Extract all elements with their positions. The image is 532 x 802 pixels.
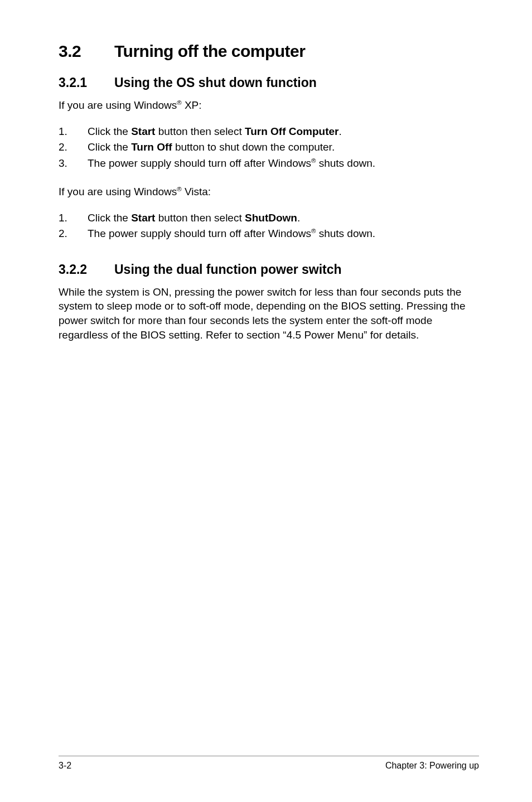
list-item: 3. The power supply should turn off afte… — [59, 156, 479, 172]
step-number: 3. — [59, 156, 67, 172]
section2-body: While the system is ON, pressing the pow… — [59, 285, 479, 342]
intro-vista-pre: If you are using Windows — [59, 186, 177, 197]
step-number: 1. — [59, 124, 67, 140]
step-text-mid: button to shut down the computer. — [172, 141, 335, 153]
section1-title: Using the OS shut down function — [114, 75, 317, 90]
list-item: 2. Click the Turn Off button to shut dow… — [59, 139, 479, 156]
step-bold: Start — [131, 125, 155, 137]
list-item: 2. The power supply should turn off afte… — [59, 226, 479, 242]
registered-sup: ® — [177, 99, 181, 106]
step-text-pre: Click the — [88, 141, 131, 153]
page-heading: 3.2Turning off the computer — [59, 42, 479, 61]
step-text-pre: Click the — [88, 212, 131, 224]
step-text-mid: button then select — [155, 125, 245, 137]
step-text-post: shuts down. — [316, 228, 375, 239]
steps-vista: 1. Click the Start button then select Sh… — [59, 210, 479, 242]
section-heading-1: 3.2.1Using the OS shut down function — [59, 75, 479, 90]
step-text-post: shuts down. — [316, 157, 375, 169]
registered-sup: ® — [177, 186, 181, 192]
section-heading-2: 3.2.2Using the dual function power switc… — [59, 262, 479, 277]
intro-xp: If you are using Windows® XP: — [59, 98, 479, 113]
step-text-mid: button then select — [155, 212, 245, 224]
list-item: 1. Click the Start button then select Sh… — [59, 210, 479, 226]
page-footer: 3-2 Chapter 3: Powering up — [59, 756, 479, 771]
step-text-pre: The power supply should turn off after W… — [88, 157, 311, 169]
heading-number: 3.2 — [59, 42, 114, 61]
list-item: 1. Click the Start button then select Tu… — [59, 124, 479, 140]
step-text-post: . — [339, 125, 342, 137]
step-number: 2. — [59, 226, 67, 242]
step-bold: Turn Off Computer — [245, 125, 339, 137]
step-text-post: . — [297, 212, 300, 224]
intro-xp-post: XP: — [182, 99, 202, 111]
step-number: 2. — [59, 139, 67, 156]
section2-title: Using the dual function power switch — [114, 262, 342, 277]
intro-vista: If you are using Windows® Vista: — [59, 185, 479, 199]
step-number: 1. — [59, 210, 67, 226]
step-bold: Turn Off — [131, 141, 172, 153]
step-text-pre: Click the — [88, 125, 131, 137]
footer-right: Chapter 3: Powering up — [385, 761, 479, 771]
step-bold: Start — [131, 212, 155, 224]
step-text-pre: The power supply should turn off after W… — [88, 228, 311, 239]
heading-title: Turning off the computer — [114, 42, 305, 60]
intro-vista-post: Vista: — [182, 186, 211, 197]
section1-number: 3.2.1 — [59, 75, 114, 90]
step-bold: ShutDown — [245, 212, 297, 224]
steps-xp: 1. Click the Start button then select Tu… — [59, 124, 479, 172]
footer-left: 3-2 — [59, 761, 71, 771]
intro-xp-pre: If you are using Windows — [59, 99, 177, 111]
section2-number: 3.2.2 — [59, 262, 114, 277]
